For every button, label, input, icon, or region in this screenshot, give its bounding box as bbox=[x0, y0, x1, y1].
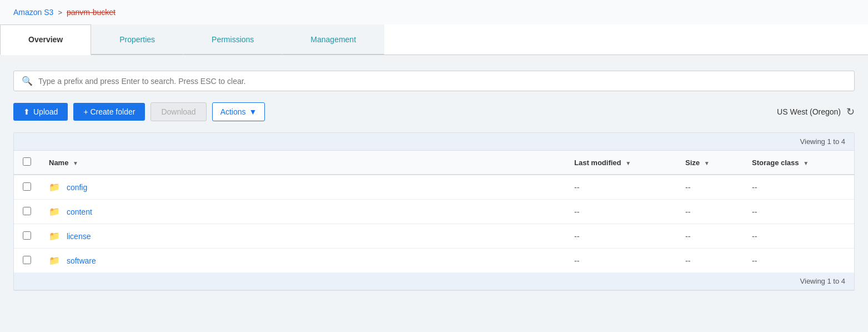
table-row: 📁 software -- -- -- bbox=[14, 249, 854, 273]
row-modified-value-1: -- bbox=[574, 207, 579, 216]
row-modified-cell-2: -- bbox=[565, 224, 676, 249]
search-input[interactable] bbox=[38, 77, 846, 86]
breadcrumb-bar: Amazon S3 > panvm-bucket bbox=[0, 0, 868, 24]
row-name-cell-2: 📁 license bbox=[40, 224, 565, 249]
row-size-cell-1: -- bbox=[676, 200, 743, 224]
row-modified-value-3: -- bbox=[574, 256, 579, 265]
region-text: US West (Oregon) bbox=[777, 107, 841, 116]
table-info-bar-bottom: Viewing 1 to 4 bbox=[14, 272, 854, 290]
storage-class-column-header[interactable]: Storage class ▼ bbox=[743, 151, 854, 175]
search-bar: 🔍 bbox=[13, 71, 855, 91]
row-checkbox-1[interactable] bbox=[23, 207, 31, 215]
table-info-bar-top: Viewing 1 to 4 bbox=[14, 133, 854, 151]
table-row: 📁 config -- -- -- bbox=[14, 175, 854, 200]
actions-button[interactable]: Actions ▼ bbox=[212, 102, 265, 121]
row-checkbox-cell-0 bbox=[14, 175, 40, 200]
tab-permissions[interactable]: Permissions bbox=[183, 24, 282, 54]
size-column-header[interactable]: Size ▼ bbox=[676, 151, 743, 175]
row-class-value-2: -- bbox=[752, 232, 757, 241]
row-class-cell-3: -- bbox=[743, 249, 854, 273]
item-name-0[interactable]: config bbox=[67, 183, 87, 192]
create-folder-label: + Create folder bbox=[83, 107, 135, 116]
item-name-3[interactable]: software bbox=[67, 256, 96, 265]
row-class-cell-2: -- bbox=[743, 224, 854, 249]
region-label: US West (Oregon) ↻ bbox=[777, 106, 855, 118]
actions-label: Actions bbox=[220, 107, 246, 116]
row-checkbox-0[interactable] bbox=[23, 182, 31, 191]
row-name-cell-3: 📁 software bbox=[40, 249, 565, 273]
folder-icon-1: 📁 bbox=[49, 206, 60, 217]
row-class-value-3: -- bbox=[752, 256, 757, 265]
objects-table: Name ▼ Last modified ▼ Size ▼ Storage cl… bbox=[14, 151, 854, 272]
row-checkbox-2[interactable] bbox=[23, 231, 31, 240]
chevron-down-icon: ▼ bbox=[249, 107, 257, 116]
modified-column-header[interactable]: Last modified ▼ bbox=[565, 151, 676, 175]
download-label: Download bbox=[161, 107, 195, 116]
row-name-cell-0: 📁 config bbox=[40, 175, 565, 200]
tab-management[interactable]: Management bbox=[282, 24, 384, 54]
row-modified-value-2: -- bbox=[574, 232, 579, 241]
folder-icon-3: 📁 bbox=[49, 255, 60, 266]
create-folder-button[interactable]: + Create folder bbox=[73, 103, 145, 121]
row-class-value-0: -- bbox=[752, 183, 757, 192]
refresh-icon[interactable]: ↻ bbox=[846, 106, 855, 118]
select-all-header bbox=[14, 151, 40, 175]
folder-icon-2: 📁 bbox=[49, 231, 60, 241]
item-name-1[interactable]: content bbox=[67, 207, 92, 216]
row-size-cell-2: -- bbox=[676, 224, 743, 249]
viewing-count-bottom: Viewing 1 to 4 bbox=[800, 277, 845, 285]
row-checkbox-cell-1 bbox=[14, 200, 40, 224]
table-row: 📁 content -- -- -- bbox=[14, 200, 854, 224]
upload-label: Upload bbox=[33, 107, 58, 116]
row-modified-value-0: -- bbox=[574, 183, 579, 192]
name-column-header[interactable]: Name ▼ bbox=[40, 151, 565, 175]
modified-sort-icon: ▼ bbox=[625, 160, 631, 166]
row-size-cell-0: -- bbox=[676, 175, 743, 200]
row-modified-cell-1: -- bbox=[565, 200, 676, 224]
row-size-cell-3: -- bbox=[676, 249, 743, 273]
item-name-2[interactable]: license bbox=[67, 232, 91, 241]
table-header-row: Name ▼ Last modified ▼ Size ▼ Storage cl… bbox=[14, 151, 854, 175]
class-sort-icon: ▼ bbox=[803, 160, 809, 166]
table-container: Viewing 1 to 4 Name ▼ Last modified ▼ bbox=[13, 132, 855, 291]
folder-icon-0: 📁 bbox=[49, 182, 60, 192]
select-all-checkbox[interactable] bbox=[23, 157, 31, 166]
toolbar: ⬆ Upload + Create folder Download Action… bbox=[13, 102, 855, 121]
download-button: Download bbox=[150, 102, 206, 121]
breadcrumb-separator: > bbox=[58, 8, 62, 17]
upload-icon: ⬆ bbox=[23, 107, 30, 116]
row-class-cell-1: -- bbox=[743, 200, 854, 224]
row-class-value-1: -- bbox=[752, 207, 757, 216]
row-size-value-2: -- bbox=[685, 232, 690, 241]
row-name-cell-1: 📁 content bbox=[40, 200, 565, 224]
size-sort-icon: ▼ bbox=[704, 160, 710, 166]
row-checkbox-cell-2 bbox=[14, 224, 40, 249]
tab-properties[interactable]: Properties bbox=[91, 24, 183, 54]
name-sort-icon: ▼ bbox=[73, 160, 78, 166]
upload-button[interactable]: ⬆ Upload bbox=[13, 103, 68, 121]
row-modified-cell-3: -- bbox=[565, 249, 676, 273]
tabs-bar: Overview Properties Permissions Manageme… bbox=[0, 24, 868, 55]
breadcrumb-service-link[interactable]: Amazon S3 bbox=[13, 8, 53, 17]
viewing-count-top: Viewing 1 to 4 bbox=[800, 137, 845, 146]
row-modified-cell-0: -- bbox=[565, 175, 676, 200]
row-class-cell-0: -- bbox=[743, 175, 854, 200]
tab-overview[interactable]: Overview bbox=[0, 24, 91, 55]
main-content: 🔍 ⬆ Upload + Create folder Download Acti… bbox=[0, 55, 868, 332]
row-checkbox-cell-3 bbox=[14, 249, 40, 273]
search-icon: 🔍 bbox=[22, 76, 33, 86]
row-size-value-0: -- bbox=[685, 183, 690, 192]
breadcrumb-bucket-name: panvm-bucket bbox=[67, 8, 116, 17]
row-size-value-1: -- bbox=[685, 207, 690, 216]
row-size-value-3: -- bbox=[685, 256, 690, 265]
table-row: 📁 license -- -- -- bbox=[14, 224, 854, 249]
row-checkbox-3[interactable] bbox=[23, 256, 31, 264]
